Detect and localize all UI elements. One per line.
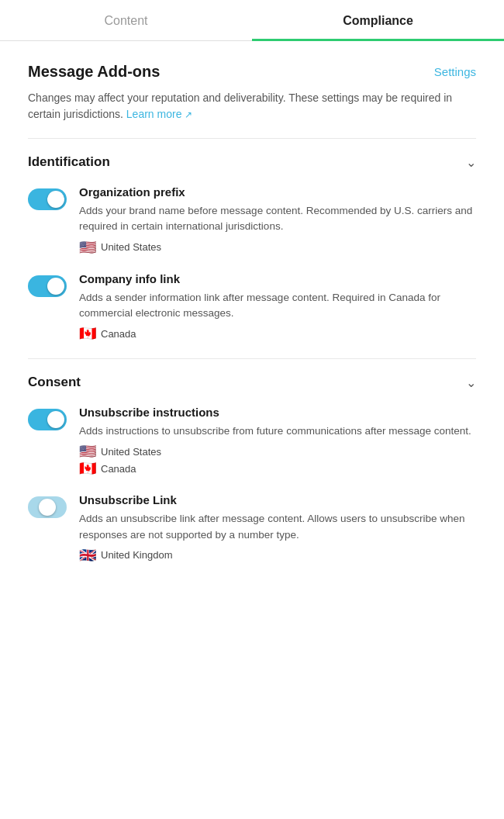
tab-compliance[interactable]: Compliance [252, 0, 504, 40]
identification-group-header: Identification ⌄ [28, 154, 476, 170]
unsubscribe-instructions-flags-ca: 🇨🇦 Canada [79, 462, 476, 475]
consent-chevron-icon[interactable]: ⌄ [466, 375, 476, 390]
unsubscribe-instructions-country-ca: Canada [101, 463, 136, 475]
unsubscribe-link-row: Unsubscribe Link Adds an unsubscribe lin… [28, 493, 476, 562]
settings-link[interactable]: Settings [434, 65, 476, 78]
unsubscribe-link-country: United Kingdom [101, 549, 173, 561]
org-prefix-slider [28, 188, 67, 210]
ca-flag-icon: 🇨🇦 [79, 327, 96, 340]
ca-flag-icon-2: 🇨🇦 [79, 462, 96, 475]
org-prefix-flags: 🇺🇸 United States [79, 241, 476, 254]
uk-flag-icon: 🇬🇧 [79, 549, 96, 562]
company-info-toggle-wrapper[interactable] [28, 275, 67, 297]
external-link-icon: ↗ [185, 108, 192, 122]
section-header: Message Add-ons Settings [28, 63, 476, 81]
unsubscribe-instructions-flags-us: 🇺🇸 United States [79, 445, 476, 458]
unsubscribe-instructions-row: Unsubscribe instructions Adds instructio… [28, 406, 476, 475]
unsubscribe-link-content: Unsubscribe Link Adds an unsubscribe lin… [79, 493, 476, 562]
us-flag-icon: 🇺🇸 [79, 241, 96, 254]
unsubscribe-link-slider [28, 496, 67, 518]
unsubscribe-instructions-slider [28, 409, 67, 430]
org-prefix-content: Organization prefix Adds your brand name… [79, 185, 476, 254]
company-info-desc: Adds a sender information link after mes… [79, 290, 476, 322]
company-info-flags: 🇨🇦 Canada [79, 327, 476, 340]
company-info-toggle[interactable] [28, 275, 67, 297]
org-prefix-toggle-wrapper[interactable] [28, 188, 67, 210]
unsubscribe-link-desc: Adds an unsubscribe link after message c… [79, 511, 476, 543]
unsubscribe-link-title: Unsubscribe Link [79, 493, 476, 506]
org-prefix-title: Organization prefix [79, 185, 476, 199]
section-title: Message Add-ons [28, 63, 160, 81]
unsubscribe-link-flags: 🇬🇧 United Kingdom [79, 549, 476, 562]
unsubscribe-instructions-content: Unsubscribe instructions Adds instructio… [79, 406, 476, 475]
divider-1 [28, 138, 476, 139]
org-prefix-country: United States [101, 241, 161, 253]
company-info-slider [28, 275, 67, 297]
divider-2 [28, 358, 476, 359]
unsubscribe-instructions-country-us: United States [101, 446, 161, 458]
org-prefix-desc: Adds your brand name before message cont… [79, 203, 476, 235]
unsubscribe-instructions-toggle-wrapper[interactable] [28, 409, 67, 430]
tab-bar: Content Compliance [0, 0, 504, 41]
unsubscribe-link-toggle[interactable] [28, 496, 67, 518]
unsubscribe-instructions-toggle[interactable] [28, 409, 67, 430]
section-description: Changes may affect your reputation and d… [28, 90, 476, 123]
unsubscribe-instructions-desc: Adds instructions to unsubscribe from fu… [79, 423, 476, 439]
unsubscribe-link-toggle-wrapper[interactable] [28, 496, 67, 518]
consent-group-header: Consent ⌄ [28, 375, 476, 390]
identification-chevron-icon[interactable]: ⌄ [466, 155, 476, 170]
identification-title: Identification [28, 154, 110, 170]
company-info-title: Company info link [79, 272, 476, 285]
company-info-content: Company info link Adds a sender informat… [79, 272, 476, 340]
org-prefix-toggle[interactable] [28, 188, 67, 210]
us-flag-icon-2: 🇺🇸 [79, 445, 96, 458]
org-prefix-row: Organization prefix Adds your brand name… [28, 185, 476, 254]
company-info-row: Company info link Adds a sender informat… [28, 272, 476, 340]
tab-content[interactable]: Content [0, 0, 252, 40]
learn-more-link[interactable]: Learn more ↗ [126, 108, 192, 120]
consent-title: Consent [28, 375, 81, 390]
main-content: Message Add-ons Settings Changes may aff… [0, 41, 504, 602]
company-info-country: Canada [101, 328, 136, 340]
unsubscribe-instructions-title: Unsubscribe instructions [79, 406, 476, 419]
